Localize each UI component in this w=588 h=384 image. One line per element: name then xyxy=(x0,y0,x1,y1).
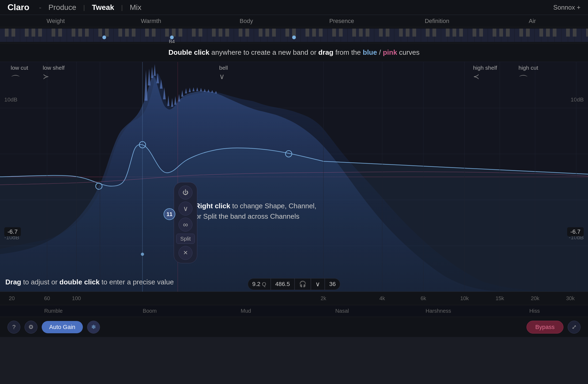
resize-icon: ⤢ xyxy=(572,324,577,331)
eq-area[interactable]: low cut ⌒ low shelf ≻ bell ∨ high shelf … xyxy=(0,62,588,292)
help-button[interactable]: ? xyxy=(7,321,20,334)
svg-marker-183 xyxy=(207,89,210,92)
svg-rect-103 xyxy=(145,29,149,37)
link-icon: ∞ xyxy=(183,221,188,229)
band-gain-chip[interactable]: 36 xyxy=(325,278,340,290)
svg-rect-107 xyxy=(179,29,182,37)
svg-rect-138 xyxy=(473,29,476,37)
svg-rect-120 xyxy=(305,29,309,37)
freq-axis: 20 60 100 2k 4k 6k 10k 15k 20k 30k xyxy=(0,292,588,305)
svg-marker-175 xyxy=(178,94,180,101)
svg-rect-143 xyxy=(519,29,523,37)
svg-marker-174 xyxy=(174,96,176,105)
svg-rect-148 xyxy=(566,29,570,37)
svg-rect-97 xyxy=(85,29,89,37)
svg-rect-140 xyxy=(493,29,496,37)
svg-rect-100 xyxy=(118,29,122,37)
sonnox-logo: Sonnox + xyxy=(553,4,581,11)
band-link-btn[interactable]: ∞ xyxy=(179,218,192,232)
resize-button[interactable]: ⤢ xyxy=(568,321,581,334)
nav-produce[interactable]: Produce xyxy=(48,3,76,12)
db-badge-left: -6.7 xyxy=(4,227,21,236)
svg-marker-173 xyxy=(171,98,173,107)
band-popup[interactable]: ⏻ ∨ ∞ Split ✕ xyxy=(174,182,197,263)
freq-tick-20: 20 xyxy=(9,295,15,301)
semantic-rumble: Rumble xyxy=(5,308,102,314)
svg-rect-139 xyxy=(479,29,483,37)
band-power-btn[interactable]: ⏻ xyxy=(179,186,192,199)
svg-rect-90 xyxy=(25,29,29,37)
svg-rect-134 xyxy=(432,29,436,37)
svg-rect-135 xyxy=(446,29,450,37)
info-box-text: Right click to change Shape, Channel,or … xyxy=(195,201,316,222)
help-icon: ? xyxy=(12,324,16,331)
semantic-harshness: Harshness xyxy=(390,308,486,314)
db-value-left: -6.7 xyxy=(7,228,18,235)
split-label: Split xyxy=(180,236,191,242)
piano-keyboard[interactable]: // inline script won't work in SVG; use … xyxy=(0,27,588,43)
band-split-btn[interactable]: Split xyxy=(176,234,195,244)
freq-tick-4k: 4k xyxy=(379,295,385,301)
bottom-bar: ? ⚙ Auto Gain ❄ Bypass ⤢ xyxy=(0,317,588,337)
svg-rect-98 xyxy=(98,29,102,37)
snowflake-button[interactable]: ❄ xyxy=(87,321,100,334)
svg-marker-180 xyxy=(196,87,198,91)
freq-tick-2k: 2k xyxy=(320,295,326,301)
freq-tick-10k: 10k xyxy=(460,295,469,301)
svg-marker-176 xyxy=(181,90,183,97)
svg-rect-132 xyxy=(412,29,416,37)
svg-rect-114 xyxy=(245,29,249,37)
svg-rect-104 xyxy=(152,29,156,37)
freq-tick-15k: 15k xyxy=(496,295,504,301)
freq-tick-60: 60 xyxy=(44,295,50,301)
piano-bar[interactable]: // inline script won't work in SVG; use … xyxy=(0,27,588,43)
svg-marker-165 xyxy=(144,70,148,101)
svg-rect-117 xyxy=(272,29,276,37)
svg-rect-126 xyxy=(359,29,363,37)
svg-marker-177 xyxy=(185,88,187,93)
svg-marker-184 xyxy=(211,90,213,93)
blue-text: blue xyxy=(363,48,377,56)
freq-label-definition: Definition xyxy=(389,18,485,25)
eq-svg[interactable] xyxy=(0,62,588,292)
snowflake-icon: ❄ xyxy=(91,324,96,331)
band-number-label: 11 xyxy=(167,211,172,217)
svg-rect-131 xyxy=(406,29,409,37)
svg-marker-167 xyxy=(151,67,153,78)
nav-tweak[interactable]: Tweak xyxy=(92,3,114,12)
svg-rect-95 xyxy=(72,29,75,37)
svg-rect-119 xyxy=(292,29,296,37)
svg-rect-99 xyxy=(105,29,109,37)
band-headphone-chip[interactable]: 🎧 xyxy=(295,278,311,290)
band-center-chip[interactable]: 486.5 xyxy=(271,278,295,290)
band-freq-chip[interactable]: 9.2 Q xyxy=(248,278,271,290)
svg-rect-141 xyxy=(499,29,503,37)
svg-rect-110 xyxy=(212,29,216,37)
band-shape-btn[interactable]: ∨ xyxy=(179,202,192,215)
db-badge-right: -6.7 xyxy=(567,227,584,236)
semantic-nasal: Nasal xyxy=(294,308,390,314)
svg-rect-145 xyxy=(539,29,543,37)
info-box: Right click to change Shape, Channel,or … xyxy=(195,201,316,222)
top-bar: Claro - Produce | Tweak | Mix Sonnox + xyxy=(0,0,588,15)
svg-point-186 xyxy=(141,253,144,256)
auto-gain-button[interactable]: Auto Gain xyxy=(42,321,83,333)
svg-rect-127 xyxy=(366,29,369,37)
svg-rect-105 xyxy=(165,29,169,37)
settings-button[interactable]: ⚙ xyxy=(25,321,37,334)
instruction-text: Double click anywhere to create a new ba… xyxy=(168,48,419,57)
svg-rect-125 xyxy=(352,29,356,37)
auto-gain-label: Auto Gain xyxy=(49,324,75,331)
band-bellshape-chip[interactable]: ∨ xyxy=(311,278,325,290)
svg-rect-112 xyxy=(225,29,229,37)
bypass-button[interactable]: Bypass xyxy=(527,321,563,334)
freq-tick-100: 100 xyxy=(72,295,81,301)
headphone-icon: 🎧 xyxy=(299,281,306,288)
svg-rect-122 xyxy=(319,29,323,37)
svg-rect-111 xyxy=(219,29,222,37)
band-number-circle[interactable]: 11 xyxy=(164,208,175,220)
band-close-btn[interactable]: ✕ xyxy=(179,246,192,260)
svg-rect-142 xyxy=(506,29,510,37)
nav-mix[interactable]: Mix xyxy=(130,3,141,12)
band-gain-value: 36 xyxy=(329,281,336,288)
